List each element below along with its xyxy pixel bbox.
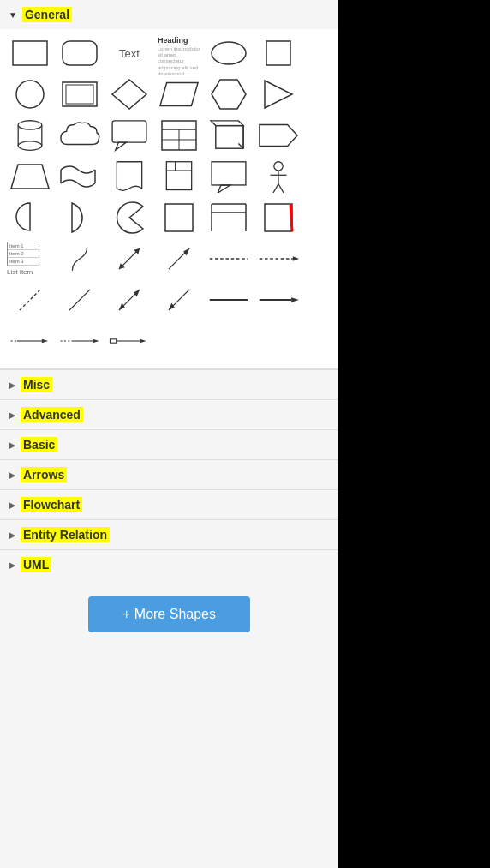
more-shapes-button[interactable]: + More Shapes xyxy=(88,596,250,632)
svg-marker-16 xyxy=(116,142,127,150)
shapes-row-2 xyxy=(7,75,332,113)
shape-diamond[interactable] xyxy=(106,75,152,113)
shape-d-shape[interactable] xyxy=(57,199,103,236)
svg-rect-15 xyxy=(112,121,146,142)
shape-table[interactable] xyxy=(156,117,202,154)
shapes-row-6: Item 1 Item 2 Item 3 List Item xyxy=(7,240,332,278)
shape-connector-box-arrow[interactable] xyxy=(106,322,152,360)
section-header-entity-relation[interactable]: ▶ Entity Relation xyxy=(0,519,338,549)
shapes-row-1: Text Heading Lorem ipsum dolor sit amet … xyxy=(7,34,332,72)
svg-marker-8 xyxy=(160,83,198,106)
svg-rect-69 xyxy=(110,339,116,343)
chevron-right-icon-er: ▶ xyxy=(9,530,15,540)
svg-rect-1 xyxy=(63,41,97,65)
shape-hexagon[interactable] xyxy=(206,75,252,113)
svg-marker-9 xyxy=(212,80,246,109)
svg-rect-29 xyxy=(166,162,191,190)
shape-document[interactable] xyxy=(106,158,152,195)
svg-line-53 xyxy=(20,290,40,310)
section-header-misc[interactable]: ▶ Misc xyxy=(0,369,338,399)
shape-pacman[interactable] xyxy=(106,199,152,236)
shape-heading[interactable]: Heading Lorem ipsum dolor sit amet conse… xyxy=(156,34,202,72)
shape-triangle-right[interactable] xyxy=(255,75,302,113)
shape-arrow-diagonal[interactable] xyxy=(156,240,202,278)
shape-arrow-bidirectional-diagonal[interactable] xyxy=(106,281,152,319)
svg-line-44 xyxy=(290,204,292,231)
shape-list-item[interactable]: Item 1 Item 2 Item 3 List Item xyxy=(7,240,53,278)
shape-trapezoid[interactable] xyxy=(7,158,53,195)
shape-rounded-rectangle[interactable] xyxy=(57,34,103,72)
svg-marker-62 xyxy=(291,297,299,302)
section-header-general[interactable]: ▼ General xyxy=(0,0,338,29)
shapes-row-7 xyxy=(7,281,332,319)
shape-text[interactable]: Text xyxy=(106,34,152,72)
shape-document2[interactable] xyxy=(156,158,202,195)
shape-connector-dashed-arrow1[interactable] xyxy=(7,322,53,360)
shape-parallelogram[interactable] xyxy=(156,75,202,113)
chevron-right-icon-arrows: ▶ xyxy=(9,470,15,480)
svg-marker-59 xyxy=(169,302,175,310)
svg-marker-7 xyxy=(112,80,146,109)
shape-wave[interactable] xyxy=(57,158,103,195)
svg-marker-49 xyxy=(183,248,189,256)
section-header-flowchart[interactable]: ▶ Flowchart xyxy=(0,489,338,519)
shape-connector-dashed-arrow2[interactable] xyxy=(57,322,103,360)
shape-cylinder[interactable] xyxy=(7,117,53,154)
section-header-basic[interactable]: ▶ Basic xyxy=(0,429,338,459)
shape-diagonal-line[interactable] xyxy=(57,281,103,319)
shape-double-arrow-diagonal[interactable] xyxy=(106,240,152,278)
svg-rect-38 xyxy=(165,204,193,231)
shape-dashed-line[interactable] xyxy=(206,240,252,278)
svg-marker-56 xyxy=(119,302,125,310)
svg-point-11 xyxy=(18,121,42,129)
shape-ellipse[interactable] xyxy=(206,34,252,72)
chevron-down-icon: ▼ xyxy=(9,10,17,20)
section-label-misc: Misc xyxy=(21,377,52,392)
section-header-uml[interactable]: ▶ UML xyxy=(0,549,338,579)
shape-solid-arrow[interactable] xyxy=(255,281,302,319)
shape-cloud[interactable] xyxy=(57,117,103,154)
shape-square[interactable] xyxy=(255,34,302,72)
svg-line-54 xyxy=(69,290,90,310)
svg-point-2 xyxy=(212,42,246,64)
svg-point-4 xyxy=(16,81,44,108)
chevron-right-icon-basic: ▶ xyxy=(9,440,15,450)
shape-callout[interactable] xyxy=(106,117,152,154)
shape-message[interactable] xyxy=(206,158,252,195)
section-label-general: General xyxy=(22,7,72,22)
shape-square2[interactable] xyxy=(156,199,202,236)
svg-marker-25 xyxy=(260,125,297,147)
shapes-panel: ▼ General Text Heading Lorem ipsum dolor… xyxy=(0,0,338,868)
shapes-row-4 xyxy=(7,158,332,195)
svg-marker-57 xyxy=(134,290,140,297)
svg-marker-26 xyxy=(11,165,49,189)
chevron-right-icon-flowchart: ▶ xyxy=(9,500,15,510)
section-header-advanced[interactable]: ▶ Advanced xyxy=(0,399,338,429)
svg-marker-32 xyxy=(218,185,230,193)
svg-point-33 xyxy=(274,162,283,171)
shape-dashed-arrow[interactable] xyxy=(255,240,302,278)
shapes-row-3 xyxy=(7,117,332,154)
svg-rect-31 xyxy=(212,162,246,185)
svg-marker-10 xyxy=(265,81,292,108)
shape-rect-open-bottom[interactable] xyxy=(206,199,252,236)
shape-arrow-single-diagonal[interactable] xyxy=(156,281,202,319)
shape-box-3d[interactable] xyxy=(206,117,252,154)
svg-rect-6 xyxy=(66,85,93,104)
shape-rectangle[interactable] xyxy=(7,34,53,72)
shape-circle[interactable] xyxy=(7,75,53,113)
section-label-uml: UML xyxy=(21,557,51,572)
general-shapes-grid: Text Heading Lorem ipsum dolor sit amet … xyxy=(0,29,338,369)
shape-s-curve[interactable] xyxy=(57,240,103,278)
svg-point-14 xyxy=(18,141,42,150)
shape-double-rect[interactable] xyxy=(57,75,103,113)
section-header-arrows[interactable]: ▶ Arrows xyxy=(0,459,338,489)
shape-arc-left[interactable] xyxy=(7,199,53,236)
shapes-row-8 xyxy=(7,322,332,360)
shape-diagonal-dashed[interactable] xyxy=(7,281,53,319)
shape-arrow-pentagon[interactable] xyxy=(255,117,302,154)
shape-person[interactable] xyxy=(255,158,302,195)
shape-rect-red-border[interactable] xyxy=(255,199,302,236)
right-panel xyxy=(338,0,490,868)
shape-solid-line[interactable] xyxy=(206,281,252,319)
